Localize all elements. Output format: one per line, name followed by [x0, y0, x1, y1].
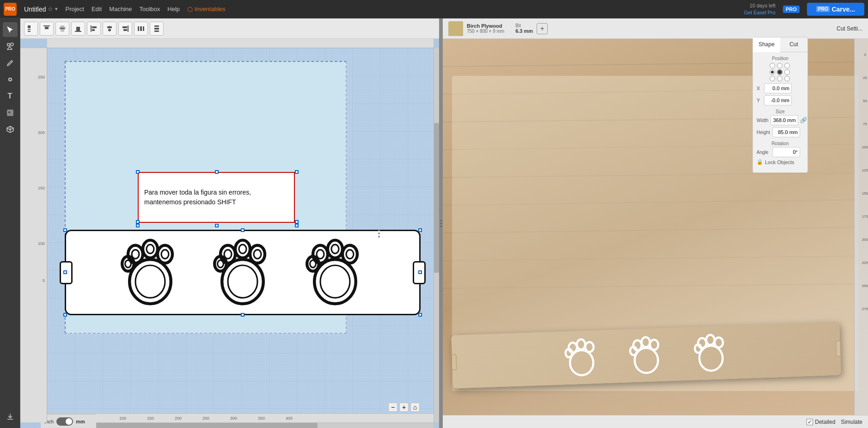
angle-input[interactable]	[772, 147, 800, 157]
h-scroll-thumb[interactable]	[86, 423, 318, 428]
align-top[interactable]	[40, 22, 54, 36]
shape-tool[interactable]	[3, 39, 18, 54]
lock-objects-btn[interactable]: 🔒 Lock Objects	[757, 159, 804, 165]
node-tool[interactable]	[3, 72, 18, 87]
width-input[interactable]	[770, 115, 798, 125]
position-label: Position	[757, 56, 804, 61]
paw-design[interactable]	[65, 230, 421, 315]
nav-project[interactable]: Project	[65, 6, 84, 12]
cut-settings-btn[interactable]: Cut Setti...	[837, 25, 862, 32]
import-tool[interactable]	[3, 410, 18, 424]
tab-shape[interactable]: Shape	[753, 37, 780, 52]
anchor-mr[interactable]	[784, 69, 790, 75]
3d-tool[interactable]	[3, 122, 18, 137]
anchor-mc[interactable]	[777, 69, 782, 75]
paw-handle-tc[interactable]	[241, 228, 245, 232]
handle-tc[interactable]	[215, 170, 219, 174]
zoom-plus-btn[interactable]: +	[399, 403, 409, 412]
unit-toggle-bar: inch mm	[41, 414, 96, 428]
bot-ruler-350: 350	[258, 416, 265, 421]
simulate-button[interactable]: Simulate	[841, 419, 862, 425]
unit-toggle-switch[interactable]	[56, 417, 73, 426]
anchor-tl[interactable]	[770, 63, 775, 68]
bot-ruler-400: 400	[286, 416, 293, 421]
shape-panel-tabs: Shape Cut	[753, 37, 807, 52]
svg-point-77	[642, 337, 650, 347]
ruler-h-200: 200	[147, 47, 154, 48]
canvas-area: 250 200 150 100 5 50 100 150 200 250 300…	[20, 18, 439, 428]
paw-handle-mr[interactable]	[418, 270, 422, 274]
svg-point-40	[125, 260, 131, 267]
star-icon[interactable]: ☆	[48, 6, 53, 12]
paw-3	[298, 236, 372, 310]
text-tool[interactable]: T	[3, 89, 18, 104]
v-scrollbar[interactable]	[434, 48, 439, 422]
handle-br[interactable]	[295, 224, 299, 227]
paw-handle-br[interactable]	[418, 313, 422, 317]
align-right[interactable]	[118, 22, 132, 36]
paw-handle-bc[interactable]	[241, 313, 245, 317]
tab-cut[interactable]: Cut	[780, 37, 807, 52]
align-top-left[interactable]	[24, 22, 38, 36]
inventables-link[interactable]: ⬡ Inventables	[187, 6, 226, 13]
divider-dots	[440, 220, 442, 227]
link-icon[interactable]: 🔗	[800, 117, 807, 123]
paw-handle-tr[interactable]	[418, 228, 422, 232]
bot-ruler-100: 100	[119, 416, 126, 421]
bit-info: Bit 6.3 mm	[515, 23, 533, 34]
instruction-text: Para mover toda la figura sin errores, m…	[144, 188, 288, 207]
dropdown-icon[interactable]: ▾	[55, 6, 58, 12]
nav-machine[interactable]: Machine	[109, 6, 132, 12]
carve-button[interactable]: PRO Carve...	[807, 3, 864, 16]
image-tool[interactable]	[3, 105, 18, 120]
preview-paw-1	[560, 336, 603, 379]
main-divider[interactable]	[439, 18, 443, 428]
work-area[interactable]: Para mover toda la figura sin errores, m…	[47, 48, 434, 422]
align-middle-h[interactable]	[55, 22, 69, 36]
add-material-btn[interactable]: +	[537, 23, 548, 34]
panel-divider[interactable]	[378, 229, 380, 238]
pen-tool[interactable]	[3, 55, 18, 70]
paw-handle-tl[interactable]	[63, 228, 67, 232]
height-input[interactable]	[772, 127, 800, 137]
nav-toolbox[interactable]: Toolbox	[139, 6, 160, 12]
handle-ml[interactable]	[136, 220, 140, 224]
x-input[interactable]	[764, 83, 792, 93]
zoom-minus-btn[interactable]: −	[388, 403, 397, 412]
anchor-br[interactable]	[784, 76, 790, 81]
distribute-h[interactable]	[134, 22, 148, 36]
select-tool[interactable]	[3, 22, 18, 37]
handle-mr[interactable]	[295, 220, 299, 224]
svg-rect-5	[28, 25, 31, 28]
handle-tr[interactable]	[295, 170, 299, 174]
nav-edit[interactable]: Edit	[92, 6, 102, 12]
paw-handle-ml[interactable]	[63, 270, 67, 274]
y-input[interactable]	[764, 95, 792, 105]
h-scrollbar[interactable]	[47, 422, 434, 428]
zoom-home-btn[interactable]: ⌂	[410, 403, 420, 412]
anchor-tc[interactable]	[777, 63, 782, 68]
toggle-knob	[66, 418, 72, 425]
anchor-bc[interactable]	[777, 76, 782, 81]
y-field-row: Y	[757, 95, 804, 105]
anchor-ml[interactable]	[770, 69, 775, 75]
svg-rect-9	[45, 27, 49, 29]
lock-icon: 🔒	[757, 159, 763, 165]
v-scroll-thumb[interactable]	[434, 123, 439, 273]
anchor-bl[interactable]	[770, 76, 775, 81]
svg-point-60	[310, 260, 316, 267]
align-center-v[interactable]	[103, 22, 116, 36]
anchor-tr[interactable]	[784, 63, 790, 68]
instruction-box[interactable]: Para mover toda la figura sin errores, m…	[138, 172, 295, 223]
handle-bc[interactable]	[215, 224, 219, 227]
detailed-checkbox[interactable]: ✓ Detailed	[807, 419, 835, 425]
handle-bl[interactable]	[136, 224, 140, 227]
align-bottom[interactable]	[71, 22, 85, 36]
handle-tl[interactable]	[136, 170, 140, 174]
nav-help[interactable]: Help	[167, 6, 180, 12]
bot-ruler-250: 250	[202, 416, 209, 421]
distribute-v[interactable]	[150, 22, 164, 36]
paw-handle-bl[interactable]	[63, 313, 67, 317]
canvas-wrapper[interactable]: 250 200 150 100 5 50 100 150 200 250 300…	[20, 39, 439, 428]
align-left[interactable]	[87, 22, 101, 36]
